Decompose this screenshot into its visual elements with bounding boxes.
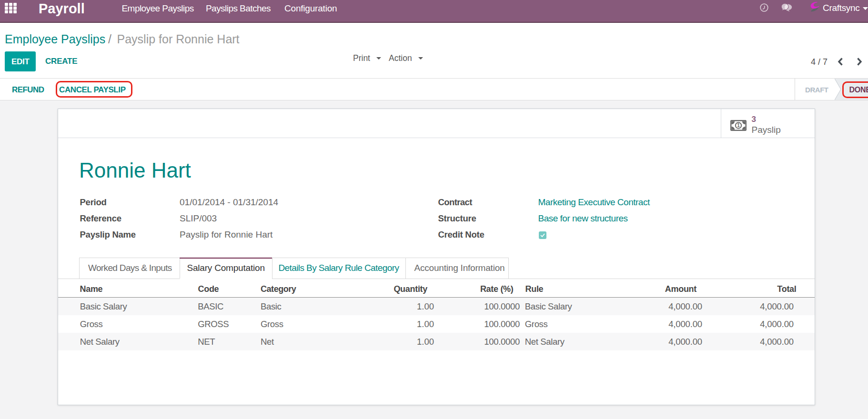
svg-text:1: 1 — [737, 123, 740, 128]
